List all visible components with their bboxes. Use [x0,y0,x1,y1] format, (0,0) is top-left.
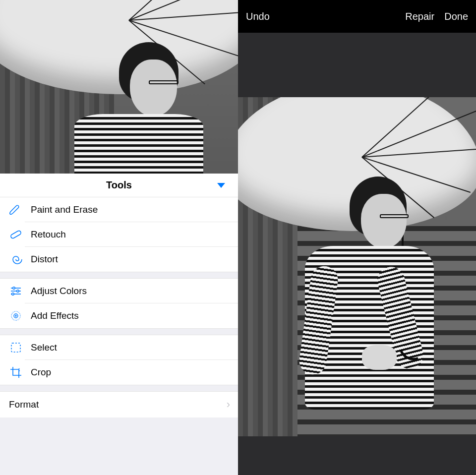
editor-nav-bar: Undo Repair Done [238,0,476,33]
svg-point-8 [17,290,19,292]
svg-rect-1 [10,230,21,239]
brush-icon [7,201,25,219]
tool-label: Distort [25,247,238,272]
format-row[interactable]: Format › [0,392,238,417]
editor-canvas-photo[interactable] [238,97,476,436]
tool-group: Adjust Colors Add Effects [0,279,238,328]
svg-point-6 [13,287,15,289]
tool-label: Crop [25,360,238,385]
tools-panel-header[interactable]: Tools [0,174,238,197]
chevron-right-icon: › [227,398,230,411]
tool-label: Retouch [25,222,238,247]
left-phone-screen: Tools Paint and Erase Retouch [0,0,238,475]
tool-label: Select [25,335,238,360]
tool-retouch[interactable]: Retouch [0,222,238,247]
tool-adjust-colors[interactable]: Adjust Colors [0,279,238,303]
bandage-icon [7,226,25,243]
marquee-icon [7,339,25,356]
tool-label: Paint and Erase [25,197,238,222]
tool-select[interactable]: Select [0,335,238,360]
tool-group: Paint and Erase Retouch Distort [0,197,238,272]
crop-icon [7,363,25,381]
tool-crop[interactable]: Crop [0,360,238,385]
group-separator [0,328,238,335]
canvas-letterbox-bottom [238,436,476,475]
sparkle-icon [7,307,25,325]
tools-panel-title: Tools [106,179,132,191]
sliders-icon [7,282,25,300]
undo-button[interactable]: Undo [246,11,270,22]
svg-rect-15 [11,343,20,352]
group-separator [0,272,238,279]
svg-marker-0 [217,183,225,188]
svg-point-10 [12,293,14,295]
tool-label: Adjust Colors [25,279,238,303]
tool-group: Select Crop [0,335,238,385]
group-separator [0,385,238,392]
edited-photo-preview [0,0,238,174]
format-label: Format [9,399,39,410]
tool-paint-and-erase[interactable]: Paint and Erase [0,197,238,222]
right-phone-screen: Undo Repair Done [238,0,476,475]
panel-bottom-fill [0,417,238,475]
canvas-letterbox-top [238,33,476,97]
collapse-triangle-icon [216,182,226,189]
tool-add-effects[interactable]: Add Effects [0,303,238,328]
photo-illustration [238,97,476,436]
tools-panel: Tools Paint and Erase Retouch [0,174,238,475]
tool-distort[interactable]: Distort [0,247,238,272]
repair-button[interactable]: Repair [405,11,434,22]
photo-illustration [0,0,238,174]
spiral-icon [7,250,25,268]
done-button[interactable]: Done [444,11,468,22]
tool-label: Add Effects [25,303,238,328]
